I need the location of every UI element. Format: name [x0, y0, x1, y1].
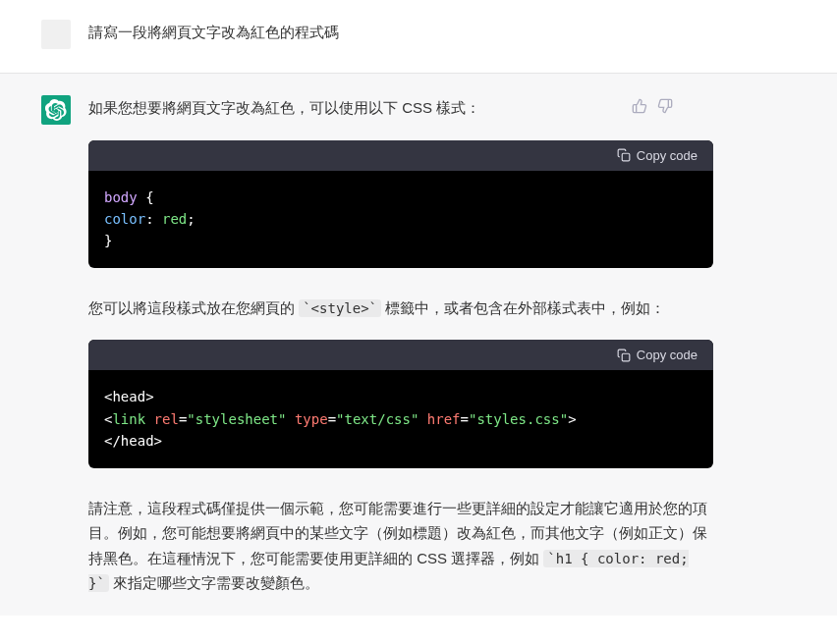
- user-message: 請寫一段將網頁文字改為紅色的程式碼: [0, 0, 837, 74]
- code-block-2: Copy code <head> <link rel="stylesheet" …: [88, 340, 713, 467]
- openai-logo-icon: [45, 99, 67, 121]
- code-header: Copy code: [88, 340, 713, 370]
- inline-code: `<style>`: [299, 299, 381, 317]
- user-avatar: [41, 20, 71, 49]
- thumbs-up-button[interactable]: [631, 97, 648, 115]
- copy-code-button[interactable]: Copy code: [617, 148, 698, 163]
- copy-label: Copy code: [637, 348, 698, 362]
- clipboard-icon: [617, 148, 631, 162]
- code-header: Copy code: [88, 140, 713, 171]
- assistant-middle-text: 您可以將這段樣式放在您網頁的 `<style>` 標籤中，或者包含在外部樣式表中…: [88, 295, 713, 321]
- thumbs-down-button[interactable]: [656, 97, 674, 115]
- assistant-content: 如果您想要將網頁文字改為紅色，可以使用以下 CSS 樣式：: [88, 95, 737, 596]
- code-block-1: Copy code body { color: red;}: [88, 140, 713, 268]
- code-content-1: body { color: red;}: [88, 171, 713, 268]
- code-content-2: <head> <link rel="stylesheet" type="text…: [88, 370, 713, 467]
- copy-code-button[interactable]: Copy code: [617, 348, 698, 362]
- thumbs-up-icon: [632, 98, 647, 114]
- clipboard-icon: [617, 349, 631, 362]
- assistant-outro-text: 請注意，這段程式碼僅提供一個示範，您可能需要進行一些更詳細的設定才能讓它適用於您…: [88, 496, 713, 597]
- svg-rect-0: [622, 153, 630, 161]
- assistant-message: 如果您想要將網頁文字改為紅色，可以使用以下 CSS 樣式：: [0, 74, 837, 616]
- thumbs-down-icon: [657, 98, 673, 114]
- svg-rect-1: [622, 353, 630, 361]
- user-message-text: 請寫一段將網頁文字改為紅色的程式碼: [88, 20, 339, 49]
- feedback-buttons: [631, 95, 713, 115]
- copy-label: Copy code: [637, 148, 698, 163]
- assistant-intro-text: 如果您想要將網頁文字改為紅色，可以使用以下 CSS 樣式：: [88, 95, 480, 121]
- assistant-avatar: [41, 95, 71, 125]
